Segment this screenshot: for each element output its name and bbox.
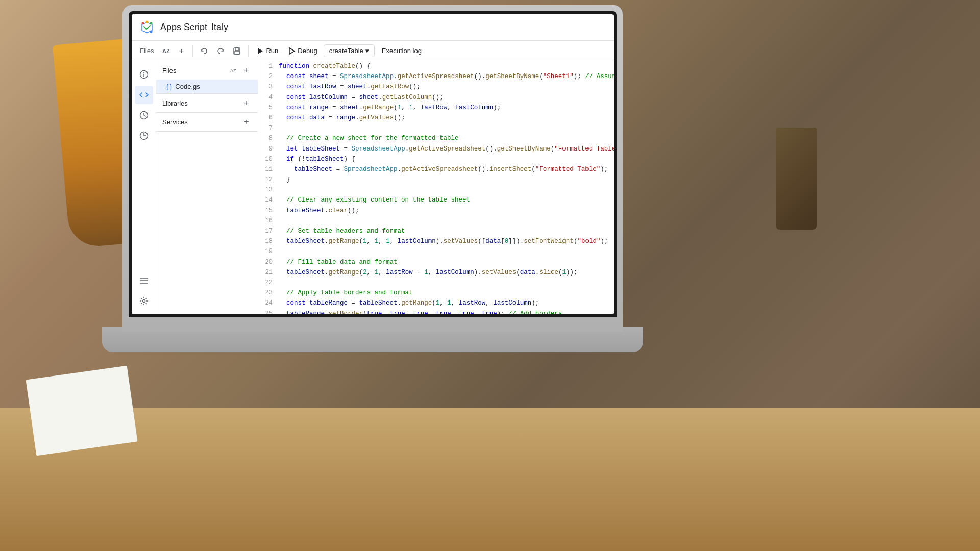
file-item-code-gs[interactable]: { } Code.gs — [156, 80, 258, 93]
line-num-19: 19 — [258, 246, 279, 257]
code-line-11: 11 tableSheet = SpreadsheetApp.getActive… — [258, 164, 614, 174]
svg-text:AZ: AZ — [230, 68, 236, 73]
code-line-17: 17 // Set table headers and format — [258, 226, 614, 236]
code-line-14: 14 // Clear any existing content on the … — [258, 195, 614, 205]
add-library-button[interactable]: + — [241, 98, 252, 108]
function-name: createTable — [329, 47, 363, 55]
laptop: Apps Script Italy Files AZ + — [122, 5, 623, 332]
code-line-4: 4 const lastColumn = sheet.getLastColumn… — [258, 92, 614, 103]
line-content-17: // Set table headers and format — [279, 226, 614, 236]
code-line-9: 9 let tableSheet = SpreadsheetApp.getAct… — [258, 144, 614, 154]
line-content-10: if (!tableSheet) { — [279, 154, 614, 164]
files-section-header[interactable]: Files AZ + — [156, 61, 258, 80]
add-file-button[interactable]: + — [241, 65, 252, 76]
line-content-15: tableSheet.clear(); — [279, 206, 614, 216]
toolbar-sep-1 — [192, 45, 193, 57]
line-num-13: 13 — [258, 185, 279, 195]
sidebar-btn-code[interactable] — [135, 86, 153, 104]
svg-rect-7 — [234, 52, 239, 54]
run-button[interactable]: Run — [253, 45, 282, 57]
laptop-bezel: Apps Script Italy Files AZ + — [129, 11, 617, 317]
svg-point-11 — [143, 72, 144, 73]
line-content-7 — [279, 123, 614, 133]
paper-stack — [26, 366, 138, 456]
code-line-15: 15 tableSheet.clear(); — [258, 206, 614, 216]
code-line-25: 25 tableRange.setBorder(true, true, true… — [258, 309, 614, 315]
line-content-1: function createTable() { — [279, 61, 614, 71]
line-num-4: 4 — [258, 92, 279, 103]
clock-icon — [139, 131, 149, 140]
line-num-23: 23 — [258, 288, 279, 298]
file-panel: Files AZ + — [156, 61, 258, 314]
line-content-14: // Clear any existing content on the tab… — [279, 195, 614, 205]
execution-log-label: Execution log — [382, 47, 422, 55]
list-icon — [139, 276, 149, 285]
sidebar-btn-info[interactable] — [135, 65, 153, 84]
toolbar-file-section: Files AZ + — [136, 44, 188, 58]
add-file-button[interactable]: + — [174, 44, 188, 58]
toolbar-sep-2 — [248, 45, 249, 57]
execution-log-button[interactable]: Execution log — [377, 45, 427, 57]
code-icon — [139, 90, 149, 99]
line-content-22 — [279, 278, 614, 288]
svg-point-4 — [150, 30, 153, 33]
files-sort-button[interactable]: AZ — [228, 66, 239, 75]
sidebar-btn-executions[interactable] — [135, 271, 153, 290]
code-lines: 1 function createTable() { 2 const sheet… — [258, 61, 614, 314]
glass-jar — [776, 128, 817, 230]
undo-icon — [200, 47, 208, 55]
line-num-9: 9 — [258, 144, 279, 154]
sort-button[interactable]: AZ — [159, 44, 173, 58]
project-name: Italy — [211, 22, 228, 33]
line-num-16: 16 — [258, 216, 279, 226]
line-content-4: const lastColumn = sheet.getLastColumn()… — [279, 92, 614, 103]
line-content-18: tableSheet.getRange(1, 1, 1, lastColumn)… — [279, 236, 614, 246]
services-section-header[interactable]: Services + — [156, 113, 258, 131]
function-selector[interactable]: createTable ▾ — [324, 44, 375, 57]
add-service-button[interactable]: + — [241, 117, 252, 127]
line-content-16 — [279, 216, 614, 226]
line-content-8: // Create a new sheet for the formatted … — [279, 133, 614, 143]
line-num-3: 3 — [258, 82, 279, 92]
sidebar-btn-settings[interactable] — [135, 292, 153, 310]
libraries-section-header[interactable]: Libraries + — [156, 94, 258, 112]
svg-marker-9 — [289, 48, 295, 54]
undo-button[interactable] — [197, 44, 211, 58]
redo-button[interactable] — [213, 44, 228, 58]
app-logo — [140, 20, 154, 35]
line-content-3: const lastRow = sheet.getLastRow(); — [279, 82, 614, 92]
line-num-1: 1 — [258, 61, 279, 71]
code-line-2: 2 const sheet = SpreadsheetApp.getActive… — [258, 71, 614, 82]
code-line-1: 1 function createTable() { — [258, 61, 614, 71]
debug-label: Debug — [298, 47, 317, 55]
line-num-20: 20 — [258, 257, 279, 267]
line-num-14: 14 — [258, 195, 279, 205]
run-icon — [257, 47, 264, 55]
line-num-22: 22 — [258, 278, 279, 288]
debug-icon — [288, 47, 296, 55]
settings-icon — [139, 296, 149, 306]
code-line-12: 12 } — [258, 174, 614, 185]
files-section-label: Files — [162, 67, 176, 74]
debug-button[interactable]: Debug — [284, 45, 321, 57]
line-num-18: 18 — [258, 236, 279, 246]
save-button[interactable] — [230, 44, 244, 58]
services-section: Services + — [156, 113, 258, 132]
main-area: Files AZ + — [132, 61, 614, 314]
laptop-screen: Apps Script Italy Files AZ + — [132, 14, 614, 314]
sidebar-btn-triggers[interactable] — [135, 127, 153, 145]
svg-rect-6 — [235, 48, 238, 51]
line-num-12: 12 — [258, 174, 279, 185]
svg-point-3 — [150, 22, 153, 24]
line-content-9: let tableSheet = SpreadsheetApp.getActiv… — [279, 144, 614, 154]
save-icon — [233, 47, 241, 55]
code-line-5: 5 const range = sheet.getRange(1, 1, las… — [258, 103, 614, 113]
history-icon — [139, 111, 149, 120]
line-num-17: 17 — [258, 226, 279, 236]
sidebar-btn-history[interactable] — [135, 106, 153, 124]
files-header-actions: AZ + — [228, 65, 252, 76]
code-editor[interactable]: 1 function createTable() { 2 const sheet… — [258, 61, 614, 314]
code-line-19: 19 — [258, 246, 614, 257]
code-line-23: 23 // Apply table borders and format — [258, 288, 614, 298]
line-num-5: 5 — [258, 103, 279, 113]
